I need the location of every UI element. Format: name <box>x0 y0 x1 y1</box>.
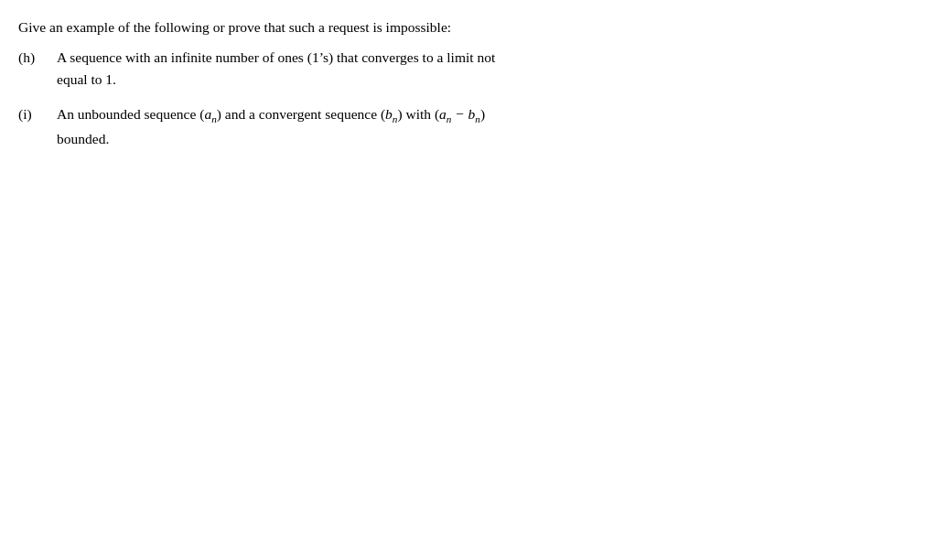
problem-text-h: A sequence with an infinite number of on… <box>57 47 929 91</box>
math-an: an <box>204 106 216 122</box>
math-an-minus-bn: an − bn <box>439 106 480 122</box>
problem-label-h: (h) <box>18 47 57 69</box>
problem-text-i: An unbounded sequence (an) and a converg… <box>57 103 929 149</box>
problem-i-continuation: bounded. <box>57 128 929 150</box>
math-bn: bn <box>385 106 397 122</box>
problem-item-h: (h) A sequence with an infinite number o… <box>18 47 929 91</box>
problem-list: (h) A sequence with an infinite number o… <box>18 47 929 149</box>
problem-h-continuation: equal to 1. <box>57 69 929 91</box>
problem-item-i: (i) An unbounded sequence (an) and a con… <box>18 103 929 149</box>
problem-label-i: (i) <box>18 103 57 125</box>
page-content: Give an example of the following or prov… <box>18 16 929 150</box>
intro-text: Give an example of the following or prov… <box>18 16 929 38</box>
